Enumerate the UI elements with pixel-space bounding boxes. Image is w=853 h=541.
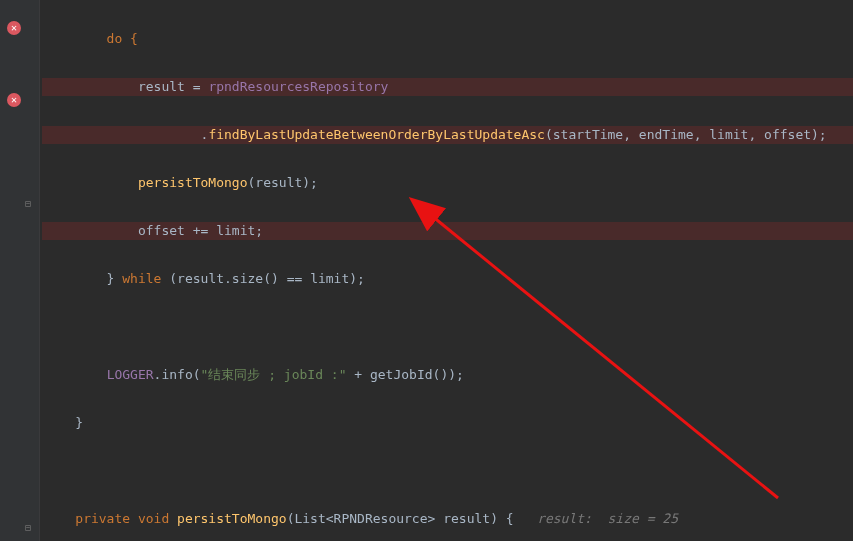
code-text: (result); [248, 175, 318, 190]
code-text: .info( [154, 367, 201, 382]
error-marker-icon[interactable]: ✕ [6, 92, 22, 108]
code-text: . [44, 127, 208, 142]
code-text: (startTime, endTime, limit, offset); [545, 127, 827, 142]
code-text: private void [75, 511, 169, 526]
code-text: "结束同步 ; jobId :" [201, 367, 347, 382]
code-text: persistToMongo [138, 175, 248, 190]
fold-icon[interactable]: ⊟ [22, 196, 38, 212]
code-text: rpndResourcesRepository [208, 79, 388, 94]
code-editor[interactable]: do { result = rpndResourcesRepository .f… [42, 0, 853, 541]
code-text: offset += limit; [44, 223, 263, 238]
code-text: persistToMongo [177, 511, 287, 526]
code-text: while [122, 271, 161, 286]
code-text [44, 367, 107, 382]
error-marker-icon[interactable]: ✕ [6, 20, 22, 36]
code-text: } [44, 415, 83, 430]
code-text: + getJobId()); [346, 367, 463, 382]
code-text: do { [44, 31, 138, 46]
code-text: result = [44, 79, 208, 94]
inline-hint: result: size = 25 [537, 511, 678, 526]
code-text [169, 511, 177, 526]
code-text: findByLastUpdateBetweenOrderByLastUpdate… [208, 127, 545, 142]
code-text: LOGGER [107, 367, 154, 382]
code-text: (result.size() == limit); [161, 271, 365, 286]
code-text: } [44, 271, 122, 286]
fold-icon[interactable]: ⊟ [22, 520, 38, 536]
editor-gutter: ✕ ✕ ⊟ ⊟ [0, 0, 40, 541]
code-text [44, 175, 138, 190]
code-text [44, 511, 75, 526]
code-text: (List<RPNDResource> result) { [287, 511, 537, 526]
